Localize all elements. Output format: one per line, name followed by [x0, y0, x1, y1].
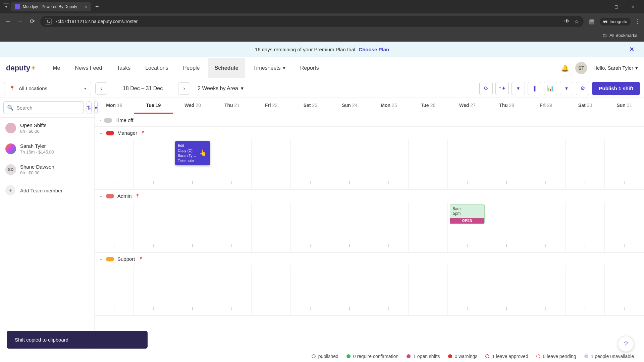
schedule-cell[interactable]: +: [487, 202, 526, 252]
day-column-header[interactable]: Fri29: [526, 98, 566, 114]
add-team-member-button[interactable]: + Add Team member: [0, 180, 94, 201]
add-shift-button[interactable]: +: [112, 180, 116, 187]
schedule-cell[interactable]: +: [291, 139, 330, 189]
schedule-cell[interactable]: +: [212, 202, 252, 252]
incognito-badge[interactable]: 🕶 Incognito: [600, 18, 631, 25]
schedule-cell[interactable]: +: [212, 265, 252, 315]
add-shift-button[interactable]: +: [309, 243, 312, 250]
schedule-cell[interactable]: +: [95, 139, 134, 189]
notifications-bell-icon[interactable]: 🔔: [561, 64, 569, 72]
schedule-cell[interactable]: +: [526, 202, 566, 252]
area-header[interactable]: ⌄Manager 📍: [95, 127, 644, 139]
add-shift-button[interactable]: +: [309, 306, 312, 313]
schedule-cell[interactable]: +: [409, 202, 448, 252]
add-shift-button[interactable]: +: [583, 180, 587, 187]
schedule-cell[interactable]: +: [252, 139, 291, 189]
schedule-cell[interactable]: +: [330, 202, 369, 252]
day-column-header[interactable]: Sun31: [605, 98, 644, 114]
nav-item-tasks[interactable]: Tasks: [110, 58, 137, 78]
nav-item-reports[interactable]: Reports: [293, 58, 326, 78]
schedule-cell[interactable]: +: [173, 265, 212, 315]
schedule-cell[interactable]: +: [291, 265, 330, 315]
add-shift-button[interactable]: +: [348, 180, 352, 187]
choose-plan-link[interactable]: Choose Plan: [359, 47, 389, 52]
schedule-cell[interactable]: +: [95, 265, 134, 315]
search-input[interactable]: [16, 105, 80, 111]
schedule-cell[interactable]: +: [487, 139, 526, 189]
add-shift-button[interactable]: +: [269, 180, 273, 187]
sidebar-member[interactable]: Sarah Tyler7h 15m · $145.00: [0, 138, 94, 159]
add-shift-button[interactable]: +: [426, 243, 430, 250]
add-shift-button[interactable]: +: [112, 306, 116, 313]
nav-item-people[interactable]: People: [176, 58, 207, 78]
add-shift-button[interactable]: +: [152, 180, 155, 187]
schedule-cell[interactable]: +: [330, 139, 369, 189]
add-shift-button[interactable]: +: [505, 306, 508, 313]
add-shift-button[interactable]: +: [426, 306, 430, 313]
schedule-cell[interactable]: +: [252, 265, 291, 315]
magic-add-button[interactable]: ⁺✦: [495, 82, 509, 95]
area-header[interactable]: ⌄Admin 📍: [95, 190, 644, 202]
day-column-header[interactable]: Mon25: [369, 98, 409, 114]
deputy-logo[interactable]: deputy✦: [6, 64, 36, 72]
add-shift-button[interactable]: +: [505, 243, 508, 250]
add-shift-button[interactable]: +: [152, 306, 155, 313]
add-shift-button[interactable]: +: [623, 243, 626, 250]
chevron-icon[interactable]: ⌄: [99, 131, 103, 135]
add-shift-button[interactable]: +: [583, 243, 587, 250]
schedule-cell[interactable]: +: [330, 265, 369, 315]
refresh-button[interactable]: ⟳: [479, 82, 493, 95]
schedule-cell[interactable]: +: [605, 265, 644, 315]
nav-item-timesheets[interactable]: Timesheets▾: [247, 58, 292, 78]
schedule-cell[interactable]: +: [487, 265, 526, 315]
schedule-cell[interactable]: +: [212, 139, 252, 189]
tab-search-icon[interactable]: ▾: [3, 3, 9, 10]
add-shift-button[interactable]: +: [426, 180, 430, 187]
browser-menu-button[interactable]: ⋮: [635, 18, 640, 25]
add-shift-button[interactable]: +: [623, 180, 626, 187]
schedule-cell[interactable]: +: [605, 139, 644, 189]
add-shift-button[interactable]: +: [544, 306, 548, 313]
schedule-cell[interactable]: +: [566, 139, 605, 189]
schedule-cell[interactable]: +8am5pmOPEN: [448, 202, 487, 252]
schedule-cell[interactable]: +: [605, 202, 644, 252]
location-selector[interactable]: 📍 All Locations ▾: [4, 82, 91, 95]
reload-button[interactable]: ⟳: [28, 18, 36, 25]
new-tab-button[interactable]: +: [93, 2, 102, 12]
sort-button[interactable]: ⇅: [87, 101, 92, 114]
close-tab-icon[interactable]: ×: [85, 4, 87, 9]
add-shift-button[interactable]: +: [191, 180, 195, 187]
sidebar-member[interactable]: Open Shifts8h · $0.00: [0, 118, 94, 138]
day-column-header[interactable]: Sat23: [291, 98, 330, 114]
schedule-cell[interactable]: +: [134, 139, 173, 189]
chevron-icon[interactable]: ⌄: [99, 194, 103, 198]
stats-button[interactable]: 📊: [544, 82, 557, 95]
schedule-cell[interactable]: +: [369, 202, 409, 252]
nav-item-news-feed[interactable]: News Feed: [68, 58, 109, 78]
schedule-cell[interactable]: +: [95, 202, 134, 252]
day-column-header[interactable]: Sun24: [330, 98, 369, 114]
nav-item-me[interactable]: Me: [46, 58, 67, 78]
add-shift-button[interactable]: +: [466, 180, 469, 187]
schedule-cell[interactable]: +: [134, 202, 173, 252]
help-button[interactable]: ?: [618, 336, 634, 352]
banner-close-button[interactable]: ×: [630, 45, 634, 54]
day-column-header[interactable]: Thu21: [212, 98, 252, 114]
day-column-header[interactable]: Fri22: [252, 98, 291, 114]
stats-dropdown-button[interactable]: ▾: [560, 82, 573, 95]
schedule-cell[interactable]: +: [526, 265, 566, 315]
add-shift-button[interactable]: +: [544, 180, 548, 187]
day-column-header[interactable]: Wed27: [448, 98, 487, 114]
bookmark-star-icon[interactable]: ☆: [574, 18, 579, 25]
side-panel-icon[interactable]: ▤: [588, 18, 596, 25]
day-column-header[interactable]: Mon18: [95, 98, 134, 114]
window-close-button[interactable]: ✕: [628, 4, 638, 9]
sidebar-member[interactable]: SDShane Dawson0h · $0.00: [0, 159, 94, 180]
settings-button[interactable]: ⚙: [576, 82, 589, 95]
schedule-cell[interactable]: +: [448, 265, 487, 315]
add-shift-button[interactable]: +: [387, 180, 391, 187]
schedule-cell[interactable]: +: [448, 139, 487, 189]
add-shift-button[interactable]: +: [348, 243, 352, 250]
address-bar[interactable]: ⇆ 7cf47d19112152.na.deputy.com/#roster 👁…: [40, 16, 584, 27]
add-shift-button[interactable]: +: [623, 306, 626, 313]
